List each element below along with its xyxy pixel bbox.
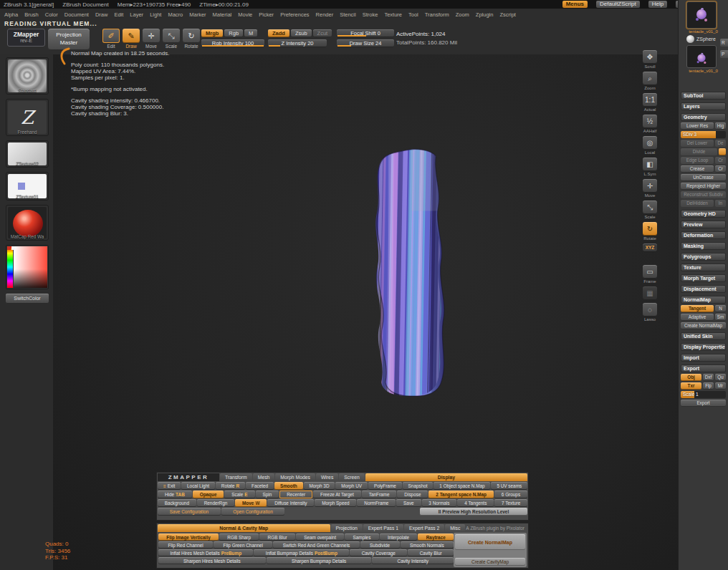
menus-button[interactable]: Menus	[562, 1, 588, 8]
model-3d-normalmap-preview[interactable]	[367, 148, 454, 398]
section-header-morph-target[interactable]: Morph Target	[681, 274, 726, 282]
zcut-button[interactable]: Zcut	[313, 29, 332, 37]
scale-button[interactable]: ScaleE	[224, 491, 254, 498]
qu-button[interactable]: Qu	[715, 374, 726, 381]
section-header-subtool[interactable]: SubTool	[681, 92, 726, 100]
tab-display[interactable]: Display	[365, 473, 527, 481]
active-tool-thumbnail[interactable]	[686, 1, 717, 29]
menu-movie[interactable]: Movie	[238, 11, 252, 18]
move-button[interactable]: ✛Move	[643, 179, 657, 198]
save-button[interactable]: Save	[396, 499, 421, 507]
zsub-button[interactable]: Zsub	[291, 29, 312, 37]
samples-button[interactable]: Samples	[345, 533, 378, 541]
section-header-unified-skin[interactable]: Unified Skin	[681, 332, 726, 340]
menu-edit[interactable]: Edit	[114, 11, 123, 18]
rotate-mode-button[interactable]: ↻Rotate	[183, 29, 200, 49]
raytrace-button[interactable]: Raytrace	[418, 533, 454, 541]
menu-alpha[interactable]: Alpha	[4, 11, 18, 18]
section-header-displacement[interactable]: Displacement	[681, 285, 726, 293]
lsym-button[interactable]: ◧L.Sym	[643, 158, 657, 176]
normframe-button[interactable]: NormFrame	[357, 499, 396, 507]
adaptive-button[interactable]: Adaptive	[681, 314, 714, 321]
ii-preview-high-resolution-level-button[interactable]: II Preview High Resolution Level	[420, 508, 527, 516]
txr-button[interactable]: Txr	[681, 382, 701, 390]
menu-document[interactable]: Document	[64, 11, 89, 18]
menu-material[interactable]: Material	[213, 11, 232, 18]
flip-green-channel-button[interactable]: Flip Green Channel	[214, 541, 272, 549]
mr-button[interactable]: Mr	[715, 382, 726, 390]
grid-button[interactable]: ▦	[643, 286, 657, 300]
background-button[interactable]: Background	[158, 499, 196, 507]
tab-mesh[interactable]: Mesh	[253, 473, 275, 481]
brush-selector[interactable]: Standard	[6, 57, 49, 95]
4-tangents-button[interactable]: 4 Tangents	[457, 499, 494, 507]
save-configuration-button[interactable]: Save Configuration	[158, 508, 221, 516]
scale-button[interactable]: ⤡Scale	[643, 201, 657, 219]
mrgb-button[interactable]: Mrgb	[201, 29, 223, 37]
7-texture-button[interactable]: 7 Texture	[494, 499, 527, 507]
switch-red-and-green-channels-button[interactable]: Switch Red And Green Channels	[273, 541, 359, 549]
edge-button-r[interactable]: R	[720, 39, 728, 47]
help-button[interactable]: Help	[648, 1, 667, 8]
freeze-at-target-button[interactable]: Freeze At Target	[313, 491, 361, 498]
scale-1-slider[interactable]: Scale 1	[681, 391, 726, 398]
section-header-display-properties[interactable]: Display Properties	[681, 343, 726, 351]
xyz-button[interactable]: XYZ	[643, 243, 657, 252]
z-intensity-slider[interactable]: Z Intensity 20	[268, 39, 327, 47]
diffuse-intensity-button[interactable]: Diffuse Intensity	[267, 499, 314, 507]
menu-draw[interactable]: Draw	[95, 11, 108, 18]
menu-transform[interactable]: Transform	[425, 11, 449, 18]
tab-misc[interactable]: Misc	[445, 524, 465, 532]
uncrease-button[interactable]: UnCrease	[681, 174, 726, 181]
dxf-button[interactable]: Dxf	[703, 374, 714, 381]
tab-screen[interactable]: Screen	[339, 473, 365, 481]
open-configuration-button[interactable]: Open Configuration	[221, 508, 284, 516]
2-tangent-space-n-map-button[interactable]: 2 Tangent space N.Map	[428, 491, 493, 498]
draw-size-slider[interactable]: Draw Size 24	[337, 39, 394, 47]
rgb-sharp-button[interactable]: RGB Sharp	[219, 533, 259, 541]
seam-overpaint-button[interactable]: Seam overpaint	[296, 533, 344, 541]
zmapper-launcher-button[interactable]: ZMapper rev-E	[7, 29, 45, 47]
3-normals-button[interactable]: 3 Normals	[422, 499, 457, 507]
flip-red-channel-button[interactable]: Flip Red Channel	[158, 541, 213, 549]
edge-button-p[interactable]: P	[720, 50, 728, 58]
interpolate-button[interactable]: Interpolate	[380, 533, 418, 541]
cavity-coverage-button[interactable]: Cavity Coverage	[350, 549, 407, 556]
cavity-blur-button[interactable]: Cavity Blur	[408, 549, 454, 556]
stroke-selector[interactable]: Z Freehand	[6, 99, 49, 136]
section-header-normalmap[interactable]: NormalMap	[681, 296, 726, 304]
create-cavitymap-button[interactable]: Create CavityMap	[455, 558, 525, 566]
1-object-space-n-map-button[interactable]: 1 Object space N.Map	[434, 482, 490, 490]
menu-render[interactable]: Render	[316, 11, 334, 18]
edit-mode-button[interactable]: ✐Edit	[102, 29, 120, 49]
menu-zscript[interactable]: Zscript	[499, 11, 516, 18]
create-normalmap-button[interactable]: Create NormalMap	[681, 322, 726, 329]
cr-button[interactable]: Cr	[715, 165, 726, 173]
rgb-button[interactable]: Rgb	[224, 29, 243, 37]
move-mode-button[interactable]: ✛Move	[143, 29, 160, 49]
cr-button[interactable]: Cr	[715, 157, 726, 164]
menu-tool[interactable]: Tool	[408, 11, 418, 18]
section-header-export[interactable]: Export	[681, 364, 726, 372]
sharpen-bumpmap-details-button[interactable]: Sharpen Bumpmap Details	[267, 557, 372, 564]
sm-button[interactable]: Sm	[715, 314, 726, 321]
menu-texture[interactable]: Texture	[384, 11, 402, 18]
tab-transform[interactable]: Transform	[220, 473, 252, 481]
tangent-button[interactable]: Tangent	[681, 305, 714, 312]
faceted-button[interactable]: Faceted	[246, 482, 274, 490]
morph-3d-button[interactable]: Morph 3D	[304, 482, 335, 490]
export-button[interactable]: Export	[681, 400, 726, 407]
scroll-button[interactable]: ✥Scroll	[643, 50, 657, 69]
inflat-hires-mesh-details-button[interactable]: Inflat Hires Mesh DetailsPreBump	[158, 549, 253, 556]
flp-button[interactable]: Flp	[703, 382, 714, 390]
menu-preferences[interactable]: Preferences	[280, 11, 309, 18]
menu-stencil[interactable]: Stencil	[340, 11, 356, 18]
5-uv-seams-button[interactable]: 5 UV seams	[491, 482, 527, 490]
morph-uv-button[interactable]: Morph UV	[335, 482, 368, 490]
tab-morph-modes[interactable]: Morph Modes	[275, 473, 315, 481]
move-button[interactable]: MoveW	[235, 499, 267, 507]
renderrgn-button[interactable]: RenderRgn	[197, 499, 234, 507]
actual-button[interactable]: 1:1Actual	[643, 93, 657, 112]
tanframe-button[interactable]: TanFrame	[362, 491, 397, 498]
section-header-geometry-hd[interactable]: Geometry HD	[681, 210, 726, 218]
